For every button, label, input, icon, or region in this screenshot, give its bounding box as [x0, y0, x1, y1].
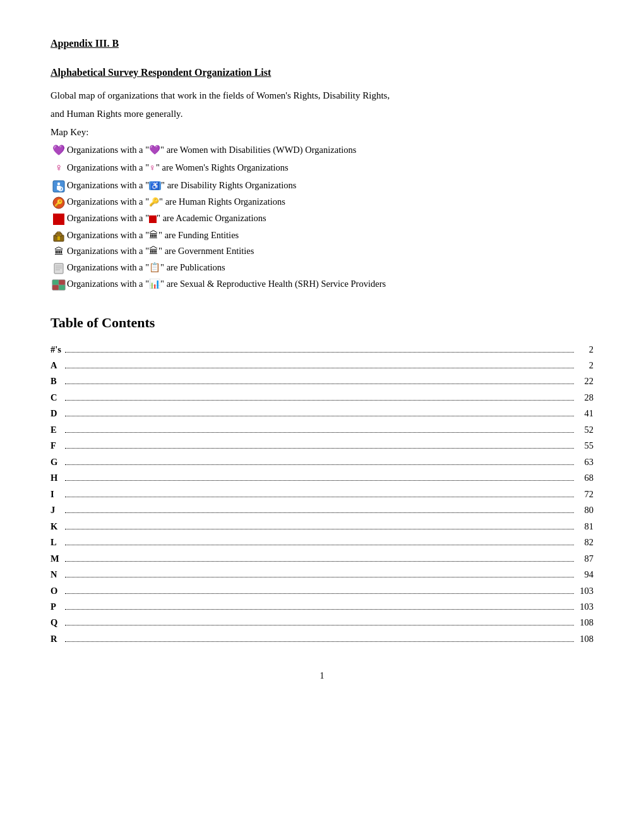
key-text-funding: Organizations with a "🏛" are Funding Ent…: [67, 228, 593, 243]
svg-text:🔑: 🔑: [54, 198, 63, 207]
toc-item[interactable]: R108: [51, 632, 593, 646]
key-item-wwd: 💜 Organizations with a "💜" are Women wit…: [51, 142, 593, 159]
key-item-humanrights: 🔑 Organizations with a "🔑" are Human Rig…: [51, 194, 593, 210]
toc-item[interactable]: F55: [51, 438, 593, 452]
toc-page: 22: [576, 374, 593, 388]
toc-letter: J: [51, 503, 63, 517]
key-text-academic: Organizations with a "" are Academic Org…: [67, 211, 593, 226]
toc-heading: Table of Contents: [51, 315, 593, 331]
toc-dots: [65, 497, 574, 497]
toc-page: 94: [576, 567, 593, 581]
toc-item[interactable]: P103: [51, 600, 593, 613]
toc-item[interactable]: C28: [51, 390, 593, 404]
svg-rect-8: [57, 236, 60, 240]
toc-page: 103: [576, 584, 593, 598]
toc-letter: A: [51, 358, 63, 372]
toc-letter: F: [51, 438, 63, 452]
toc-dots: [65, 625, 574, 626]
key-item-academic: Organizations with a "" are Academic Org…: [51, 210, 593, 227]
key-text-humanrights: Organizations with a "🔑" are Human Right…: [67, 195, 593, 210]
toc-dots: [65, 545, 574, 545]
toc-page: 2: [576, 358, 593, 372]
key-text-srh: Organizations with a "📊" are Sexual & Re…: [67, 277, 593, 292]
toc-letter: E: [51, 423, 63, 437]
toc-item[interactable]: M87: [51, 552, 593, 565]
srh-icon: [51, 277, 67, 291]
key-item-publications: Organizations with a "📋" are Publication…: [51, 260, 593, 276]
toc-item[interactable]: L82: [51, 535, 593, 549]
toc-page: 63: [576, 455, 593, 469]
key-text-wwd: Organizations with a "💜" are Women with …: [67, 143, 593, 158]
toc-dots: [65, 641, 574, 642]
page-number: 1: [51, 671, 593, 681]
publications-icon: [51, 260, 67, 276]
toc-item[interactable]: J80: [51, 503, 593, 517]
toc-item[interactable]: O103: [51, 584, 593, 598]
toc-page: 87: [576, 552, 593, 565]
toc-page: 108: [576, 632, 593, 646]
toc-item[interactable]: #'s2: [51, 342, 593, 356]
toc-dots: [65, 480, 574, 481]
toc-dots: [65, 448, 574, 449]
toc-page: 28: [576, 390, 593, 404]
toc-item[interactable]: E52: [51, 423, 593, 437]
toc-page: 72: [576, 487, 593, 501]
toc-letter: M: [51, 552, 63, 565]
govt-icon: 🏛: [51, 244, 67, 260]
map-key-label: Map Key:: [51, 124, 593, 140]
toc-dots: [65, 609, 574, 610]
toc-page: 108: [576, 615, 593, 629]
toc-item[interactable]: G63: [51, 455, 593, 469]
toc-page: 68: [576, 471, 593, 485]
toc-letter: G: [51, 455, 63, 469]
toc-item[interactable]: H68: [51, 471, 593, 485]
key-item-funding: Organizations with a "🏛" are Funding Ent…: [51, 227, 593, 243]
toc-letter: C: [51, 390, 63, 404]
svg-rect-14: [52, 280, 59, 285]
toc-dots: [65, 416, 574, 416]
toc-item[interactable]: D41: [51, 406, 593, 420]
disability-icon: [51, 178, 67, 193]
toc-page: 2: [576, 342, 593, 356]
key-item-disability: Organizations with a "♿" are Disability …: [51, 178, 593, 193]
toc-page: 81: [576, 519, 593, 533]
key-text-womens: Organizations with a "♀" are Women's Rig…: [67, 160, 593, 176]
appendix-title: Appendix III. B: [51, 38, 593, 49]
section-title: Alphabetical Survey Respondent Organizat…: [51, 67, 593, 78]
intro-line1: Global map of organizations that work in…: [51, 88, 593, 103]
key-item-srh: Organizations with a "📊" are Sexual & Re…: [51, 277, 593, 292]
toc-letter: O: [51, 584, 63, 598]
toc-dots: [65, 384, 574, 384]
svg-rect-16: [52, 285, 59, 290]
toc-page: 55: [576, 438, 593, 452]
toc-dots: [65, 577, 574, 577]
toc-page: 80: [576, 503, 593, 517]
toc-dots: [65, 529, 574, 529]
toc-section: Table of Contents #'s2A2B22C28D41E52F55G…: [51, 315, 593, 646]
toc-item[interactable]: A2: [51, 358, 593, 372]
svg-rect-15: [59, 280, 65, 285]
toc-page: 52: [576, 423, 593, 437]
academic-icon: [51, 210, 67, 227]
toc-item[interactable]: N94: [51, 567, 593, 581]
toc-letter: #'s: [51, 342, 63, 356]
toc-item[interactable]: Q108: [51, 615, 593, 629]
funding-icon: [51, 227, 67, 243]
toc-dots: [65, 432, 574, 433]
key-text-govt: Organizations with a "🏛" are Government …: [67, 244, 593, 259]
svg-point-1: [57, 183, 60, 185]
toc-dots: [65, 464, 574, 465]
toc-item[interactable]: I72: [51, 487, 593, 501]
toc-letter: L: [51, 535, 63, 549]
key-text-publications: Organizations with a "📋" are Publication…: [67, 260, 593, 275]
humanrights-icon: 🔑: [51, 194, 67, 210]
toc-dots: [65, 512, 574, 513]
toc-letter: B: [51, 374, 63, 388]
toc-page: 41: [576, 406, 593, 420]
toc-list: #'s2A2B22C28D41E52F55G63H68I72J80K81L82M…: [51, 342, 593, 646]
key-text-disability: Organizations with a "♿" are Disability …: [67, 178, 593, 193]
toc-item[interactable]: K81: [51, 519, 593, 533]
toc-letter: P: [51, 600, 63, 613]
toc-letter: Q: [51, 615, 63, 629]
toc-item[interactable]: B22: [51, 374, 593, 388]
